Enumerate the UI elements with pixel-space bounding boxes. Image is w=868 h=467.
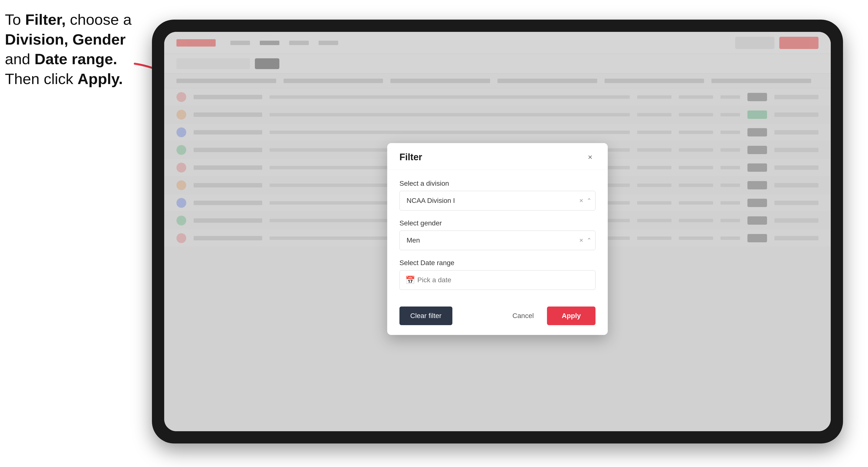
division-label: Select a division — [399, 180, 595, 187]
clear-filter-button[interactable]: Clear filter — [399, 307, 453, 325]
modal-overlay: Filter × Select a division NCAA Division… — [164, 32, 831, 431]
division-gender-bold: Division, Gender — [5, 31, 126, 48]
select-clear-icon[interactable]: × — [578, 196, 584, 206]
tablet-frame: Filter × Select a division NCAA Division… — [152, 20, 843, 443]
date-range-input[interactable] — [399, 270, 595, 290]
modal-header: Filter × — [387, 143, 608, 170]
select-clear-icon[interactable]: × — [578, 236, 584, 245]
modal-close-button[interactable]: × — [585, 152, 595, 163]
division-select-wrapper: NCAA Division I × ⌃ — [399, 191, 595, 211]
chevron-down-icon[interactable]: ⌃ — [587, 237, 592, 244]
gender-form-group: Select gender Men × ⌃ — [399, 219, 595, 250]
division-form-group: Select a division NCAA Division I × ⌃ — [399, 180, 595, 211]
gender-select[interactable]: Men — [399, 230, 595, 250]
chevron-down-icon[interactable]: ⌃ — [587, 197, 592, 204]
apply-bold: Apply. — [78, 70, 123, 87]
date-range-label: Select Date range — [399, 259, 595, 267]
cancel-button[interactable]: Cancel — [505, 307, 541, 325]
gender-label: Select gender — [399, 219, 595, 227]
modal-title: Filter — [399, 152, 422, 162]
select-controls-gender: × ⌃ — [578, 236, 592, 245]
modal-footer: Clear filter Cancel Apply — [387, 300, 608, 335]
footer-right: Cancel Apply — [505, 307, 595, 325]
apply-button[interactable]: Apply — [547, 307, 595, 325]
instruction-text: To Filter, choose a Division, Gender and… — [5, 10, 132, 89]
date-input-wrapper: 📅 — [399, 270, 595, 290]
filter-modal: Filter × Select a division NCAA Division… — [387, 143, 608, 335]
tablet-screen: Filter × Select a division NCAA Division… — [164, 32, 831, 431]
date-range-bold: Date range. — [35, 51, 117, 67]
modal-body: Select a division NCAA Division I × ⌃ — [387, 170, 608, 300]
select-controls: × ⌃ — [578, 196, 592, 206]
division-select[interactable]: NCAA Division I — [399, 191, 595, 211]
date-range-form-group: Select Date range 📅 — [399, 259, 595, 290]
gender-select-wrapper: Men × ⌃ — [399, 230, 595, 250]
filter-bold: Filter, — [25, 11, 66, 28]
